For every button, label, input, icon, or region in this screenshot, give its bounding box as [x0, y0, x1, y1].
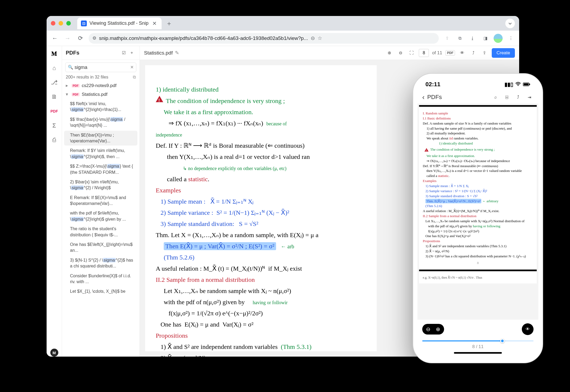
browser-tab[interactable]: ⊡ Viewing Statistics.pdf - Snip ✕: [77, 18, 162, 29]
browser-tabbar: ⊡ Viewing Statistics.pdf - Snip ✕ ＋: [47, 16, 519, 31]
search-result[interactable]: Let $X_{1}, \cdots, X_{N}$ be: [64, 287, 137, 296]
search-result[interactable]: Then $E(\bar{X})=\mu ; \operatorname{Var…: [64, 131, 137, 146]
view-icon[interactable]: 👁: [458, 49, 466, 57]
share-icon[interactable]: ⇪: [442, 34, 452, 43]
file-item[interactable]: ▸ PDF cs229-notes9.pdf: [64, 81, 137, 90]
close-window[interactable]: [51, 21, 55, 26]
pdf-format-icon[interactable]: PDF: [445, 50, 455, 56]
sigma-icon[interactable]: Σ: [50, 122, 58, 130]
collapse-icon[interactable]: ▾: [66, 92, 69, 97]
cellular-icon: ▮▮▯: [505, 81, 513, 88]
add-icon[interactable]: ＋: [128, 49, 136, 57]
search-result[interactable]: $$ Z:=\frac{X-\mu}{\sigma} \text { (the …: [64, 162, 137, 177]
phone-document[interactable]: I. Random sample I.1 Basic definitions D…: [417, 104, 538, 320]
phone-cast-icon[interactable]: ⌸: [503, 93, 511, 101]
export-icon[interactable]: ⤴: [469, 49, 477, 57]
workspace-badge[interactable]: M: [50, 349, 58, 357]
bookmark-star-icon[interactable]: ☆: [318, 35, 322, 41]
text: 2) Sample variance : S² = 1/(N−1) Σ (Xⱼ−…: [423, 189, 533, 194]
extensions-icon[interactable]: ⧉: [455, 34, 464, 43]
search-result[interactable]: with the pdf of $n\left(\mu, \sigma^{2}\…: [64, 209, 137, 224]
home-icon[interactable]: ⌂: [50, 64, 58, 72]
copy-results-icon[interactable]: ⧉: [133, 75, 136, 80]
page-icon[interactable]: ⎙: [50, 136, 58, 144]
upload-icon[interactable]: ⇪: [481, 49, 489, 57]
text: 1) identically distributed: [156, 86, 219, 93]
select-icon[interactable]: ☑: [120, 49, 128, 57]
search-result[interactable]: Consider $\underline{X}$ of i.i.d. riv. …: [64, 271, 137, 287]
sidepanel-icon[interactable]: ◨: [481, 34, 490, 43]
page-slider[interactable]: [422, 340, 534, 341]
pdf-icon[interactable]: PDF: [50, 107, 58, 115]
phone-export-icon[interactable]: ⇥: [525, 93, 534, 101]
text: 2) X̄ ~ n(μ, σ²/N): [423, 249, 533, 254]
search-result[interactable]: Remark: If $Y \sim n\left(\mu, \sigma^{2…: [64, 146, 137, 161]
annotation: ↳ no dependence explicitly on other vari…: [183, 166, 286, 171]
sidebar-title: PDFs: [66, 50, 120, 56]
profile-avatar[interactable]: [494, 34, 503, 43]
fit-page-icon[interactable]: ⛶: [408, 49, 416, 57]
text: Thm. Let X = (X₁,…,Xₙ) be a random sampl…: [156, 232, 318, 238]
tabs-dropdown[interactable]: [505, 19, 515, 28]
tab-title: Viewing Statistics.pdf - Snip: [89, 20, 149, 26]
search-result[interactable]: 3) $(N-1) S^{2} / \sigma^{2}$ has a chi …: [64, 256, 137, 271]
home-indicator[interactable]: [454, 352, 502, 354]
reload-button[interactable]: ⟳: [76, 34, 85, 43]
search-result[interactable]: 2) $\bar{x} \sim n\left(\mu, \sigma^{2} …: [64, 178, 137, 193]
clear-search-icon[interactable]: ✕: [130, 65, 134, 70]
new-tab-button[interactable]: ＋: [164, 19, 174, 28]
file-item[interactable]: ▾ PDF Statistics.pdf: [64, 90, 137, 99]
tree-icon[interactable]: ⎇: [50, 79, 58, 86]
zoom-in-icon[interactable]: ⊕: [385, 49, 393, 57]
pdf-badge-icon: PDF: [72, 84, 80, 88]
tab-close-icon[interactable]: ✕: [151, 20, 158, 27]
text: 3) Sample standard divation : S = √S²: [423, 194, 533, 199]
minimize-window[interactable]: [59, 21, 63, 26]
page-indicator: 8 / 11: [422, 344, 534, 349]
page-number-input[interactable]: [419, 49, 429, 57]
zoom-out-icon[interactable]: ⊖: [426, 326, 430, 332]
search-result[interactable]: E Remark: If $E(X)=\mu$ and $\operatorna…: [64, 193, 137, 208]
forward-button[interactable]: →: [63, 34, 72, 43]
text: Let X₁,…,Xₙ be random sample with Xⱼ ~ n…: [164, 287, 291, 294]
results-summary: 200+ results in 32 files ⧉: [62, 75, 140, 81]
logo-icon[interactable]: 𝐌: [50, 50, 58, 58]
back-button[interactable]: ←: [50, 34, 59, 43]
maximize-window[interactable]: [66, 21, 71, 26]
sidebar-header: PDFs ☑ ＋: [62, 46, 140, 60]
search-result[interactable]: $$ f\left(x \mid \mu, \sigma^{2}\right)=…: [64, 99, 137, 114]
search-input[interactable]: [65, 63, 136, 72]
zoom-in-icon[interactable]: ⊕: [436, 326, 440, 332]
zoom-out-icon[interactable]: ⊖: [396, 49, 404, 57]
edit-title-icon[interactable]: ✎: [175, 50, 179, 56]
search-result[interactable]: $$ \frac{\bar{x}-\mu}{\sigma / \sqrt{N}}…: [64, 115, 137, 130]
annotation: having or followir: [253, 300, 288, 305]
annotation: ← arbitrary: [482, 199, 498, 203]
back-chevron-icon[interactable]: ‹: [422, 93, 425, 101]
search-result[interactable]: One has $E\left(X_{j}\right)=\mu$ an...: [64, 240, 137, 255]
text: A useful relation : M_X̄ (t) = (M_Xⱼ(t/N…: [156, 265, 302, 272]
zoom-icon[interactable]: ⊝: [311, 35, 315, 41]
heading: Examples: [156, 187, 181, 194]
page-number: 8: [423, 261, 533, 266]
page-total: of 11: [432, 50, 442, 56]
url-bar[interactable]: ⚙ snip.mathpix.com/mathpix-example/pdfs/…: [89, 33, 439, 44]
search-box: 🔍 ✕: [65, 63, 136, 72]
download-icon[interactable]: ⭳: [468, 34, 477, 43]
expand-icon[interactable]: ▸: [66, 83, 69, 88]
pdf-badge-icon: PDF: [72, 93, 80, 96]
text: 2) Sample variance : S² = 1/(N−1) Σⱼ₌₁ᴺ …: [161, 209, 289, 216]
search-result[interactable]: The ratio is the student's distribution …: [64, 224, 137, 240]
text: The condition of independence is very st…: [166, 95, 285, 106]
slider-thumb[interactable]: [500, 339, 505, 343]
text: Let X₁,…,Xₙ be random sample with Xⱼ~n(μ…: [423, 219, 533, 224]
create-button[interactable]: Create: [492, 48, 515, 58]
view-mode-icon[interactable]: 👁: [522, 323, 534, 335]
menu-icon[interactable]: ⋮: [506, 34, 515, 43]
phone-upload-icon[interactable]: ⤴: [514, 93, 522, 101]
document-icon[interactable]: 🗎: [50, 93, 58, 101]
heading: Propositions: [156, 332, 188, 339]
phone-search-icon[interactable]: ⌕: [491, 93, 500, 101]
site-settings-icon[interactable]: ⚙: [92, 35, 96, 41]
text: (Thm 5.2.6): [423, 204, 533, 209]
